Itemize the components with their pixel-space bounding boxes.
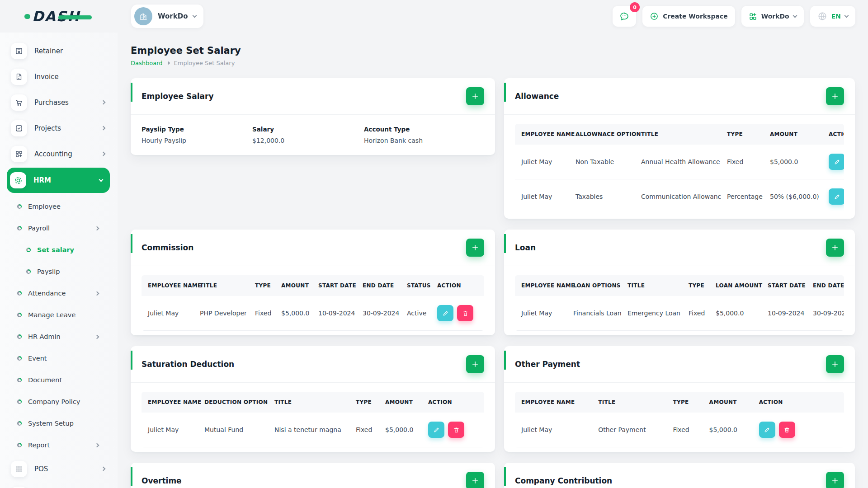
bullet-icon (17, 378, 22, 382)
sidebar-item-label: Manage Leave (28, 311, 75, 319)
sidebar-item-label: HRM (33, 176, 51, 184)
workspace-avatar (134, 7, 152, 25)
workspace-switcher[interactable]: WorkDo (131, 5, 203, 28)
loan-add-button[interactable] (826, 239, 844, 257)
dots-grid-icon (11, 461, 27, 477)
allowance-add-button[interactable] (826, 87, 844, 105)
sidebar-item-payroll[interactable]: Payroll (11, 217, 104, 239)
edit-button[interactable] (829, 188, 844, 205)
pencil-icon (834, 159, 840, 165)
table-row: Juliet May Non Taxable Annual Health All… (515, 145, 844, 179)
sidebar: Retainer Invoice Purchases Projects (0, 33, 118, 488)
saturation-deduction-card: Saturation Deduction Employee Name Deduc… (131, 346, 495, 452)
sidebar-item-crm[interactable]: CRM (11, 482, 107, 488)
sidebar-item-label: Accounting (34, 150, 72, 158)
field-value: Hourly Payslip (142, 137, 252, 144)
sidebar-item-attendance[interactable]: Attendance (11, 282, 104, 304)
sidebar-item-label: Payslip (37, 268, 60, 275)
table-cell: Juliet May (515, 296, 567, 331)
edit-button[interactable] (829, 154, 844, 170)
chevron-right-icon (95, 226, 99, 230)
sidebar-item-purchases[interactable]: Purchases (11, 89, 107, 115)
sidebar-item-employee[interactable]: Employee (11, 196, 104, 217)
column-header: Title (268, 392, 349, 413)
language-selector[interactable]: EN (810, 6, 855, 27)
pencil-icon (442, 310, 449, 317)
table-cell: $5,000.0 (764, 145, 822, 179)
chevron-down-icon (793, 14, 797, 18)
floppy-icon (11, 43, 27, 59)
card-header: Employee Salary (131, 78, 495, 115)
edit-button[interactable] (437, 305, 453, 321)
bullet-icon (17, 356, 22, 361)
sidebar-item-label: Set salary (37, 246, 74, 253)
bullet-icon (17, 421, 22, 426)
bullet-icon (17, 291, 22, 296)
sidebar-item-pos[interactable]: POS (11, 456, 107, 482)
sidebar-item-set-salary[interactable]: Set salary (11, 239, 104, 261)
messages-button[interactable]: 0 (613, 6, 636, 27)
sidebar-item-document[interactable]: Document (11, 369, 104, 391)
create-workspace-button[interactable]: Create Workspace (642, 6, 735, 27)
chevron-right-icon (101, 100, 106, 105)
sidebar-item-label: POS (34, 465, 48, 473)
commission-add-button[interactable] (466, 239, 484, 257)
employee-salary-card: Employee Salary Payslip Type Hourly Pays… (131, 78, 495, 155)
sidebar-item-retainer[interactable]: Retainer (11, 38, 107, 64)
sidebar-item-event[interactable]: Event (11, 347, 104, 369)
edit-button[interactable] (428, 422, 444, 438)
topbar: DASH WorkDo 0 Create Workspace (0, 0, 868, 33)
delete-button[interactable] (448, 422, 464, 438)
table-cell: Mutual Fund (198, 413, 268, 447)
building-icon (139, 12, 148, 21)
company-contribution-card: Company Contribution (504, 463, 855, 488)
delete-button[interactable] (457, 305, 473, 321)
sidebar-item-label: Attendance (28, 290, 66, 297)
column-header: Status (401, 275, 431, 296)
other-payment-table: Employee Name Title Type Amount Action J… (515, 392, 844, 447)
chevron-down-icon (193, 14, 197, 18)
sidebar-item-label: Event (28, 355, 47, 362)
company-contribution-add-button[interactable] (826, 472, 844, 488)
sidebar-item-hr-admin[interactable]: HR Admin (11, 326, 104, 347)
bullet-icon (17, 399, 22, 404)
other-payment-add-button[interactable] (826, 355, 844, 373)
sidebar-item-hrm[interactable]: HRM (7, 168, 110, 193)
brand-logo[interactable]: DASH (24, 8, 80, 24)
column-header: Loan Options (567, 275, 621, 296)
sidebar-item-label: Retainer (34, 47, 63, 55)
table-row: Juliet May Taxables Communication Allowa… (515, 179, 844, 214)
employee-salary-add-button[interactable] (466, 87, 484, 105)
sidebar-item-payslip[interactable]: Payslip (11, 261, 104, 282)
table-row: Juliet May Mutual Fund Nisi a tenetur ma… (142, 413, 484, 447)
logo-dash-icon (58, 15, 92, 19)
column-header: Title (621, 275, 682, 296)
card-header: Other Payment (504, 346, 855, 383)
sidebar-item-report[interactable]: Report (11, 434, 104, 456)
table-cell: $5,000.0 (275, 296, 312, 331)
card-body: Employee Name Title Type Amount Action J… (504, 383, 855, 452)
delete-button[interactable] (779, 422, 795, 438)
saturation-deduction-add-button[interactable] (466, 355, 484, 373)
sidebar-item-label: Projects (34, 124, 61, 132)
grid-plus-icon (749, 12, 757, 21)
messages-badge: 0 (630, 2, 640, 12)
table-cell: Taxables (569, 179, 635, 214)
column-header: Allownace Option (569, 124, 635, 145)
other-payment-card: Other Payment Employee Name Title Type A… (504, 346, 855, 452)
column-header: Title (635, 124, 721, 145)
check-square-icon (11, 120, 27, 136)
sidebar-item-system-setup[interactable]: System Setup (11, 413, 104, 434)
chevron-right-icon (101, 467, 106, 471)
column-header: Type (249, 275, 275, 296)
sidebar-item-accounting[interactable]: Accounting (11, 141, 107, 167)
breadcrumb-dashboard-link[interactable]: Dashboard (131, 60, 163, 66)
sidebar-item-projects[interactable]: Projects (11, 115, 107, 141)
sidebar-item-company-policy[interactable]: Company Policy (11, 391, 104, 413)
sidebar-item-invoice[interactable]: Invoice (11, 64, 107, 89)
sidebar-item-manage-leave[interactable]: Manage Leave (11, 304, 104, 326)
bullet-icon (17, 334, 22, 339)
workspace-menu-button[interactable]: WorkDo (741, 6, 804, 27)
edit-button[interactable] (759, 422, 775, 438)
overtime-add-button[interactable] (466, 472, 484, 488)
